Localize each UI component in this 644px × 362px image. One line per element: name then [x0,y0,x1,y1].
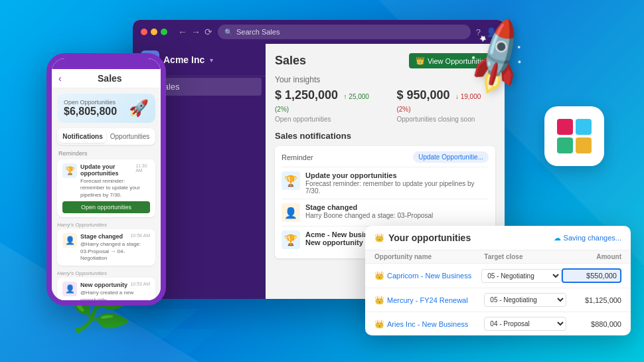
minimize-dot[interactable] [151,29,157,35]
phone-notif-desc-2: @Harry created a new opportunity. [80,290,150,300]
sidebar-dropdown-icon[interactable]: ▾ [210,56,213,64]
phone-notif-new-opp: 👤 New opportunity 10:53 AM @Harry create… [57,278,155,300]
opps-row-name-1[interactable]: 👑 Mercury - FY24 Renewal [374,296,484,305]
opps-saving-status: ☁ Saving changes... [554,234,621,242]
stage-select-1[interactable]: 05 - Negotiating [484,293,566,307]
browser-dots [141,29,167,35]
forward-button[interactable]: → [191,27,201,37]
notif-header: Reminder Update Opportunitie... [282,151,489,163]
phone-section-harry-2: Harry's Opportunities [57,269,155,278]
slack-cell-tr [576,119,592,135]
opps-row-amount-1: $1,125,000 [566,296,621,304]
notif-item-1: 👤 Stage changed Harry Boone changed a st… [282,199,489,226]
phone-back-button[interactable]: ‹ [58,73,62,84]
opps-row-1: 👑 Mercury - FY24 Renewal 05 - Negotiatin… [365,288,631,312]
phone-title: Sales [66,73,154,84]
notif-content-0: Update your opportunities Forecast remin… [305,171,489,195]
search-placeholder: Search Sales [236,28,280,36]
main-title-text: Sales [275,54,306,68]
phone-screen: ‹ Sales Open Opportunities $6,805,800 🚀 … [52,58,161,300]
insight-sublabel-0: Open opportunities [275,116,383,123]
opps-saving-label: Saving changes... [564,234,621,242]
phone-notif-time-0: 11:30 AM [135,163,150,178]
phone-notif-avatar-2: 👤 [62,282,77,296]
stage-select-0[interactable]: 05 - Negotiating [481,269,562,283]
mobile-phone: ‹ Sales Open Opportunities $6,805,800 🚀 … [46,53,166,306]
opps-row-close-0[interactable]: 05 - Negotiating [481,269,562,283]
phone-notif-avatar-1: 👤 [62,233,77,248]
phone-metric-card: Open Opportunities $6,805,800 🚀 [57,94,155,123]
phone-notif-title-2: New opportunity [80,282,127,288]
notif-avatar-0: 🏆 [282,171,300,190]
opps-row-name-text-1: Mercury - FY24 Renewal [387,296,468,304]
phone-tabs: Notifications Opportunities [57,128,155,145]
opps-row-name-2[interactable]: 👑 Aries Inc - New Business [374,319,484,329]
insights-section: Your insights $ 1,250,000 ↑ 25,000 (2%) … [275,75,495,123]
notif-name-0: Update your opportunities [305,171,489,179]
salesforce-cloud-icon: ☁ [554,234,561,242]
notifications-title: Sales notifications [275,131,495,141]
close-dot[interactable] [141,29,147,35]
stage-select-2[interactable]: 04 - Proposal [484,317,566,331]
opportunities-popup: 👑 Your opportunities ☁ Saving changes...… [365,226,631,335]
phone-content: Open Opportunities $6,805,800 🚀 Notifica… [52,88,161,300]
opps-row-name-text-0: Capricorn - New Business [387,272,471,280]
row-crown-icon-0: 👑 [374,271,384,280]
opps-popup-header: 👑 Your opportunities ☁ Saving changes... [365,226,631,250]
opps-row-name-0[interactable]: 👑 Capricorn - New Business [374,271,481,280]
col-header-name: Opportunity name [374,253,484,260]
col-header-amount: Amount [566,253,621,260]
phone-reminders-label: Reminders [57,150,155,157]
phone-notif-avatar-0: 🏆 [62,163,77,178]
crown-btn-icon: 👑 [416,56,425,65]
slack-logo [544,106,604,166]
notif-item-0: 🏆 Update your opportunities Forecast rem… [282,167,489,199]
phone-open-btn[interactable]: Open opportunities [62,201,150,213]
notif-name-1: Stage changed [305,203,433,211]
opps-crown-icon: 👑 [374,233,384,242]
phone-tab-opportunities[interactable]: Opportunities [106,130,153,143]
notif-type-reminder: Reminder [282,153,313,161]
phone-notif-stage: 👤 Stage changed 10:58 AM @Harry changed … [57,229,155,266]
row-crown-icon-1: 👑 [374,296,384,305]
insight-amount-1: $ 950,000 [396,88,449,102]
opps-row-close-2[interactable]: 04 - Proposal [484,317,566,331]
phone-metric-value: $6,805,800 [64,106,117,118]
phone-tab-notifications[interactable]: Notifications [59,130,106,143]
phone-section-harry-1: Harry's Opportunities [57,221,155,229]
opps-title-text: Your opportunities [388,232,471,243]
insights-row: $ 1,250,000 ↑ 25,000 (2%) Open opportuni… [275,88,495,123]
insight-amount-0: $ 1,250,000 [275,88,338,102]
back-button[interactable]: ← [178,27,187,37]
opps-row-2: 👑 Aries Inc - New Business 04 - Proposal… [365,312,631,335]
amount-input-0[interactable] [562,268,621,283]
phone-metric-icon: 🚀 [129,99,149,118]
bg-chevron-right [153,329,219,355]
phone-notif-time-1: 10:58 AM [130,233,150,241]
opps-row-name-text-2: Aries Inc - New Business [387,320,468,328]
phone-notif-title-1: Stage changed [80,233,123,240]
opps-row-amount-0[interactable] [562,268,621,283]
refresh-icon[interactable]: ⟳ [204,27,212,37]
phone-notif-reminder: 🏆 Update your opportunities 11:30 AM For… [57,159,155,217]
opps-table-header: Opportunity name Target close Amount [365,250,631,264]
insight-sublabel-1: Opportunities closing soon [396,116,495,123]
opps-row-close-1[interactable]: 05 - Negotiating [484,293,566,307]
opps-row-amount-2: $880,000 [566,320,621,328]
notif-avatar-2: 🏆 [282,230,300,249]
slack-cell-br [576,137,592,153]
notif-avatar-1: 👤 [282,203,300,222]
slack-cell-tl [557,119,573,135]
phone-metric-label: Open Opportunities [64,99,117,106]
browser-address-bar[interactable]: 🔍 Search Sales [218,25,471,39]
phone-notif-desc-0: Forecast reminder: remember to update yo… [80,178,150,199]
search-icon: 🔍 [224,29,232,36]
update-opportunities-button[interactable]: Update Opportunitie... [413,151,489,163]
notif-desc-1: Harry Boone changed a stage: 03-Proposal [305,212,433,219]
slack-cell-bl [557,137,573,153]
notif-content-1: Stage changed Harry Boone changed a stag… [305,203,433,219]
insights-label: Your insights [275,75,495,84]
browser-chrome: ← → ⟳ 🔍 Search Sales ? 👤 [133,20,505,44]
fullscreen-dot[interactable] [161,29,167,35]
row-crown-icon-2: 👑 [374,319,384,329]
